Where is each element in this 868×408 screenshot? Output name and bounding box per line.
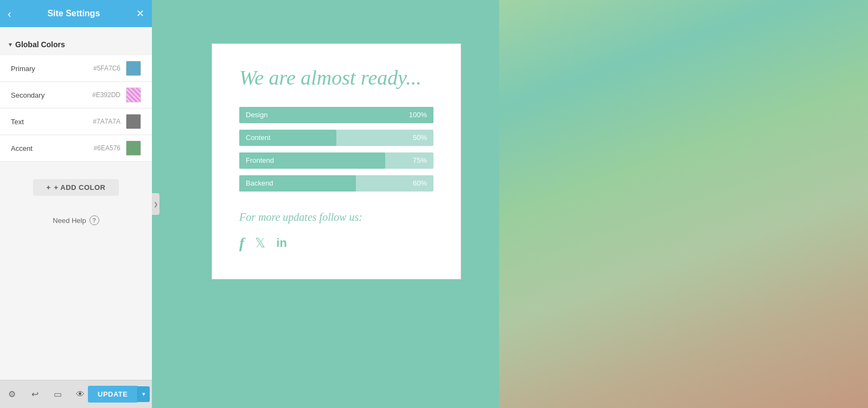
twitter-icon[interactable]: 𝕏 bbox=[255, 235, 265, 251]
color-hex-secondary: #E392DD bbox=[92, 91, 120, 99]
progress-pct-content: 50% bbox=[413, 133, 433, 142]
color-row-accent: Accent #6EA576 bbox=[0, 135, 152, 162]
sidebar: ‹ Site Settings ✕ ▾ Global Colors Primar… bbox=[0, 0, 152, 408]
color-row-primary: Primary #5FA7C6 bbox=[0, 55, 152, 82]
chevron-down-icon: ▾ bbox=[9, 41, 12, 48]
progress-label-backend: Backend bbox=[239, 179, 413, 187]
history-icon[interactable]: ↩ bbox=[27, 387, 42, 402]
help-icon: ? bbox=[90, 215, 99, 225]
back-button[interactable]: ‹ bbox=[8, 8, 11, 20]
device-icon[interactable]: ▭ bbox=[50, 387, 65, 402]
progress-pct-backend: 60% bbox=[413, 179, 433, 187]
sidebar-footer: ⚙ ↩ ▭ 👁 UPDATE ▾ bbox=[0, 380, 152, 408]
add-color-button[interactable]: + + ADD COLOR bbox=[33, 179, 118, 196]
color-swatch-primary[interactable] bbox=[126, 61, 141, 76]
progress-item-backend: Backend 60% bbox=[239, 175, 433, 192]
color-hex-accent: #6EA576 bbox=[94, 144, 120, 152]
update-button[interactable]: UPDATE bbox=[88, 386, 137, 403]
update-button-group: UPDATE ▾ bbox=[88, 386, 150, 403]
update-dropdown-button[interactable]: ▾ bbox=[137, 386, 150, 402]
facebook-icon[interactable]: f bbox=[239, 234, 244, 252]
color-row-text: Text #7A7A7A bbox=[0, 109, 152, 135]
progress-pct-design: 100% bbox=[409, 111, 433, 119]
color-label-text: Text bbox=[11, 118, 93, 126]
footer-icons: ⚙ ↩ ▭ 👁 bbox=[4, 387, 88, 402]
color-hex-primary: #5FA7C6 bbox=[93, 65, 120, 72]
need-help-label: Need Help bbox=[53, 216, 86, 225]
progress-item-frontend: Frontend 75% bbox=[239, 152, 433, 169]
add-color-label: + ADD COLOR bbox=[54, 183, 106, 192]
page-card: We are almost ready... Design 100% Conte… bbox=[212, 43, 461, 279]
collapse-handle[interactable]: ❯ bbox=[152, 193, 159, 215]
card-footer-text: For more updates follow us: bbox=[239, 211, 433, 224]
progress-label-content: Content bbox=[239, 133, 413, 142]
global-colors-section-header[interactable]: ▾ Global Colors bbox=[0, 36, 152, 55]
color-hex-text: #7A7A7A bbox=[93, 118, 120, 125]
color-swatch-accent[interactable] bbox=[126, 141, 141, 156]
card-title: We are almost ready... bbox=[239, 66, 433, 91]
sidebar-content: ▾ Global Colors Primary #5FA7C6 Secondar… bbox=[0, 27, 152, 380]
section-title: Global Colors bbox=[15, 40, 65, 49]
sidebar-header: ‹ Site Settings ✕ bbox=[0, 0, 152, 27]
color-label-secondary: Secondary bbox=[11, 91, 92, 99]
progress-label-frontend: Frontend bbox=[239, 156, 413, 164]
need-help-section[interactable]: Need Help ? bbox=[0, 205, 152, 236]
close-button[interactable]: ✕ bbox=[136, 8, 144, 20]
color-label-primary: Primary bbox=[11, 65, 93, 73]
color-row-secondary: Secondary #E392DD bbox=[0, 82, 152, 109]
plus-icon: + bbox=[46, 183, 50, 192]
preview-icon[interactable]: 👁 bbox=[73, 387, 88, 402]
color-swatch-text[interactable] bbox=[126, 114, 141, 129]
progress-item-content: Content 50% bbox=[239, 130, 433, 146]
progress-label-design: Design bbox=[239, 111, 409, 119]
color-label-accent: Accent bbox=[11, 144, 94, 152]
social-icons: f 𝕏 in bbox=[239, 234, 433, 252]
progress-item-design: Design 100% bbox=[239, 107, 433, 123]
linkedin-icon[interactable]: in bbox=[276, 236, 287, 250]
settings-icon[interactable]: ⚙ bbox=[4, 387, 20, 402]
progress-pct-frontend: 75% bbox=[413, 156, 433, 164]
sidebar-title: Site Settings bbox=[47, 9, 100, 18]
main-content: We are almost ready... Design 100% Conte… bbox=[152, 0, 868, 408]
color-swatch-secondary[interactable] bbox=[126, 87, 141, 103]
